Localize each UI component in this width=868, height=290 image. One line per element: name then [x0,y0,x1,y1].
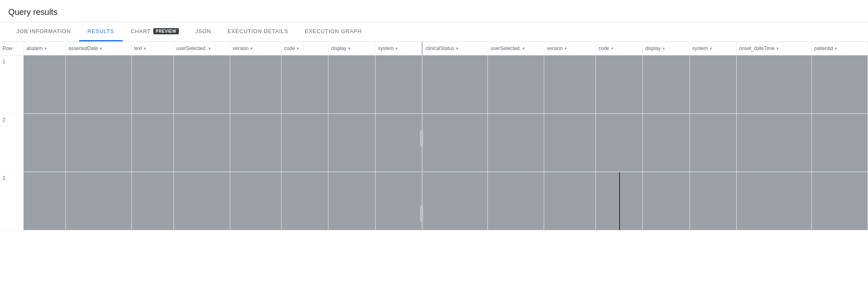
col-header-code1[interactable]: code ▼ ⋮ [282,42,328,55]
data-cell [66,114,132,172]
data-cell [230,114,282,172]
col-header-abatem[interactable]: abatem ▼ ⋮ [24,42,66,55]
cell-content [376,55,422,113]
data-cell [422,114,488,172]
data-cell [230,55,282,114]
data-cell [24,172,66,230]
data-cell [690,172,736,230]
col-header-system2[interactable]: system ▼ ⋮ [690,42,736,55]
resize-handle-text[interactable]: ⋮ [149,45,151,52]
sort-icon-version2: ▼ [564,46,568,51]
cell-content [230,172,282,230]
col-header-code2[interactable]: code ▼ ⋮ [596,42,642,55]
resize-handle-userselected1[interactable]: ⋮ [213,45,216,52]
sort-icon-code2: ▼ [610,46,614,51]
tab-execution-graph[interactable]: EXECUTION GRAPH [297,22,370,41]
col-header-userselected1[interactable]: userSelected. ▼ ⋮ [174,42,230,55]
resize-handle-code2[interactable]: ⋮ [616,45,618,52]
data-cell [812,114,868,172]
data-cell [643,172,690,230]
data-cell [690,114,736,172]
cell-content [690,114,736,172]
data-cell [282,55,328,114]
data-cell [488,114,544,172]
resize-handle-version1[interactable]: ⋮ [255,45,258,52]
col-header-display1[interactable]: display ▼ ⋮ [328,42,375,55]
col-header-system1[interactable]: system ▼ ⋮ [375,42,422,55]
cell-content [24,114,65,172]
data-cell [66,172,132,230]
cell-content [812,114,868,172]
preview-badge: PREVIEW [153,28,179,34]
data-cell [736,172,811,230]
resize-handle-patientid[interactable]: ⋮ [839,45,842,52]
cell-content [643,55,689,113]
data-cell [174,172,230,230]
cell-content [328,114,375,172]
col-header-version1[interactable]: version ▼ ⋮ [230,42,282,55]
resize-handle-userselected2[interactable]: ⋮ [528,45,530,52]
row-number: 2 [2,117,5,123]
cell-content [174,172,230,230]
cell-content [24,172,65,230]
resize-handle-onset-datetime[interactable]: ⋮ [781,45,784,52]
row-number-cell: 1 [0,55,24,114]
data-cell [131,55,174,114]
tab-chart[interactable]: CHART PREVIEW [123,22,187,41]
col-header-asserteddate[interactable]: assertedDate ▼ ⋮ [66,42,132,55]
cell-content [328,172,375,230]
cell-content [812,55,868,113]
tab-json[interactable]: JSON [187,22,219,41]
resize-handle-system1[interactable]: ⋮ [400,45,403,52]
cell-content [24,55,65,113]
cell-content [812,172,868,230]
cell-content [690,55,736,113]
data-cell [544,172,596,230]
col-header-onset-datetime[interactable]: onset_dateTime ▼ ⋮ [736,42,811,55]
resize-handle-display1[interactable]: ⋮ [353,45,356,52]
resize-handle-asserteddate[interactable]: ⋮ [104,45,107,52]
data-cell [422,55,488,114]
cell-content [376,114,422,172]
table-container[interactable]: Row abatem ▼ ⋮ assertedDate ▼ ⋮ [0,42,868,230]
col-header-patientid[interactable]: patientid ▼ ⋮ [812,42,868,55]
table-header-row: Row abatem ▼ ⋮ assertedDate ▼ ⋮ [0,42,868,55]
resize-handle-code1[interactable]: ⋮ [301,45,304,52]
data-cell [24,55,66,114]
tab-results[interactable]: RESULTS [79,22,123,41]
cell-content [690,172,736,230]
col-header-version2[interactable]: version ▼ ⋮ [544,42,596,55]
table-row: 2 [0,114,868,172]
col-header-clinicalstatus[interactable]: clinicalStatus ▼ ⋮ [422,42,488,55]
tab-execution-details[interactable]: EXECUTION DETAILS [219,22,297,41]
col-header-userselected2[interactable]: userSelected. ▼ ⋮ [488,42,544,55]
resize-handle-system2[interactable]: ⋮ [714,45,717,52]
data-cell [544,55,596,114]
resize-handle-clinicalstatus[interactable]: ⋮ [461,45,463,52]
resize-handle-display2[interactable]: ⋮ [668,45,670,52]
data-cell [596,55,642,114]
cell-content [544,114,596,172]
cell-content [174,55,230,113]
data-cell [690,55,736,114]
tab-job-information[interactable]: JOB INFORMATION [8,22,79,41]
col-header-text[interactable]: text ▼ ⋮ [131,42,174,55]
table-row: 3 [0,172,868,230]
page-title: Query results [0,0,868,22]
cell-content [423,172,488,230]
sort-icon-userselected1: ▼ [207,46,212,51]
cell-content [282,172,328,230]
data-cell [328,172,375,230]
table-row: 1 [0,55,868,114]
cell-content [230,55,282,113]
data-cell [375,172,422,230]
sort-icon-text: ▼ [143,46,147,51]
cell-content [596,114,642,172]
data-cell [174,114,230,172]
col-header-display2[interactable]: display ▼ ⋮ [643,42,690,55]
resize-handle-version2[interactable]: ⋮ [569,45,572,52]
sort-icon-abatem: ▼ [43,46,48,51]
resize-handle-abatem[interactable]: ⋮ [49,45,52,52]
data-cell [488,172,544,230]
data-cell [131,114,174,172]
